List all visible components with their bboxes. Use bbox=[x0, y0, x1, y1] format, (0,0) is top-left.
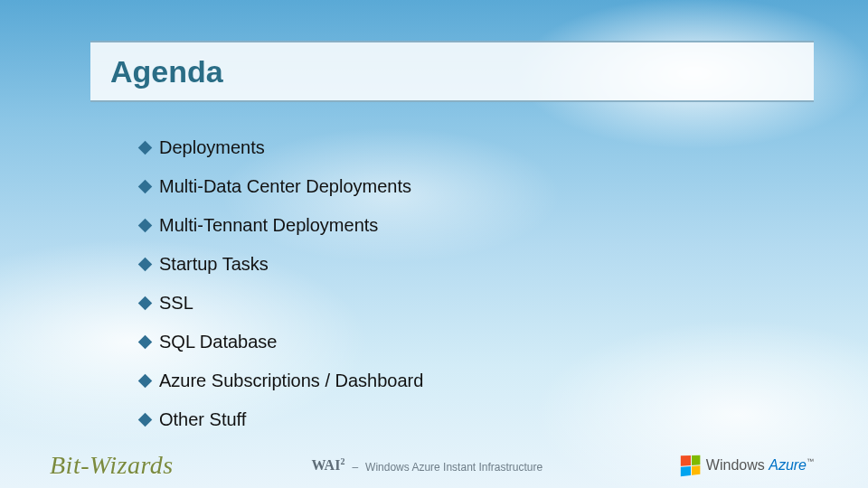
list-item: Deployments bbox=[140, 137, 760, 158]
windows-flag-icon bbox=[681, 455, 701, 477]
list-item-text: Multi-Tennant Deployments bbox=[159, 215, 378, 236]
list-item-text: SQL Database bbox=[159, 332, 277, 352]
list-item-text: Startup Tasks bbox=[159, 254, 269, 275]
list-item-text: Azure Subscriptions / Dashboard bbox=[159, 371, 423, 391]
windows-word: Windows bbox=[706, 457, 765, 473]
footer-center: WAI2 – Windows Azure Instant Infrastruct… bbox=[311, 456, 542, 474]
wai-text: WAI bbox=[311, 458, 340, 474]
list-item: Startup Tasks bbox=[140, 254, 760, 275]
windows-azure-text: Windows Azure™ bbox=[706, 457, 814, 474]
slide-title: Agenda bbox=[90, 54, 223, 89]
diamond-bullet-icon bbox=[138, 335, 153, 350]
list-item-text: Multi-Data Center Deployments bbox=[159, 176, 411, 197]
wai-separator: – bbox=[352, 461, 358, 474]
trademark-symbol: ™ bbox=[807, 457, 814, 465]
wai-expansion: Windows Azure Instant Infrastructure bbox=[365, 461, 542, 474]
diamond-bullet-icon bbox=[138, 141, 153, 155]
slide: Agenda Deployments Multi-Data Center Dep… bbox=[0, 0, 868, 488]
list-item: Azure Subscriptions / Dashboard bbox=[140, 371, 760, 391]
bullet-list: Deployments Multi-Data Center Deployment… bbox=[140, 137, 760, 448]
footer: Bit-Wizards WAI2 – Windows Azure Instant… bbox=[0, 443, 868, 488]
wai-acronym: WAI2 bbox=[311, 456, 344, 474]
list-item: SQL Database bbox=[140, 332, 760, 352]
title-bar: Agenda bbox=[90, 41, 814, 102]
diamond-bullet-icon bbox=[138, 374, 153, 389]
list-item-text: Other Stuff bbox=[159, 409, 246, 430]
azure-word: Azure bbox=[769, 457, 807, 473]
list-item: SSL bbox=[140, 293, 760, 314]
diamond-bullet-icon bbox=[138, 413, 153, 427]
windows-azure-logo: Windows Azure™ bbox=[681, 455, 814, 475]
diamond-bullet-icon bbox=[138, 219, 153, 233]
bitwizards-logo: Bit-Wizards bbox=[50, 451, 174, 480]
list-item: Other Stuff bbox=[140, 409, 760, 430]
list-item-text: Deployments bbox=[159, 137, 265, 158]
list-item-text: SSL bbox=[159, 293, 193, 314]
list-item: Multi-Tennant Deployments bbox=[140, 215, 760, 236]
wai-superscript: 2 bbox=[340, 456, 344, 466]
list-item: Multi-Data Center Deployments bbox=[140, 176, 760, 197]
diamond-bullet-icon bbox=[138, 258, 153, 272]
diamond-bullet-icon bbox=[138, 180, 153, 194]
diamond-bullet-icon bbox=[138, 296, 153, 311]
